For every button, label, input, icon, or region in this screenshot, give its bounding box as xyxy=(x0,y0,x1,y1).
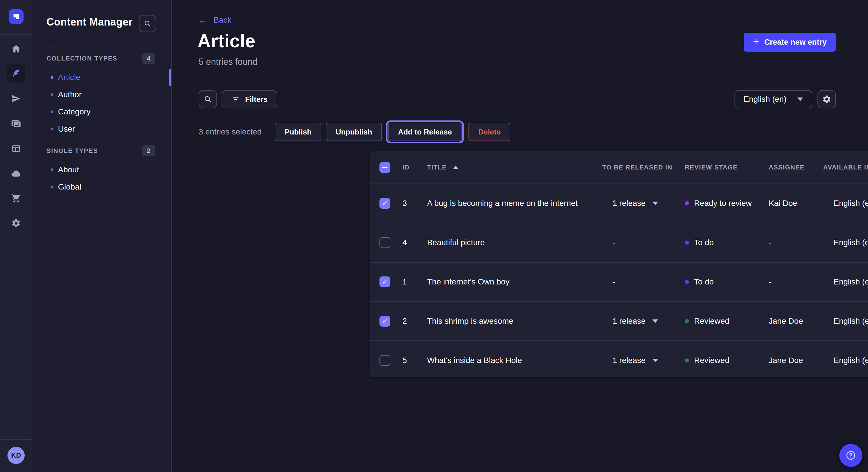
nav-rail: KD xyxy=(0,0,32,472)
sidebar-title: Content Manager xyxy=(46,16,133,28)
send-icon[interactable] xyxy=(7,90,25,108)
sidebar-item-user[interactable]: User xyxy=(32,121,171,138)
sidebar-divider xyxy=(47,41,61,41)
cell-release[interactable]: - xyxy=(613,263,615,301)
cart-icon[interactable] xyxy=(7,189,25,208)
column-header-assignee[interactable]: ASSIGNEE xyxy=(769,151,805,183)
search-icon xyxy=(204,95,212,103)
locale-select[interactable]: English (en) xyxy=(735,90,812,108)
locale-value: English (en) (default) xyxy=(834,238,868,247)
selection-count: 3 entries selected xyxy=(198,127,261,136)
create-entry-button[interactable]: + Create new entry xyxy=(744,33,836,52)
release-value: 1 release xyxy=(613,199,646,208)
feather-icon[interactable] xyxy=(7,64,25,82)
cloud-icon[interactable] xyxy=(7,165,25,183)
sidebar-item-category[interactable]: Category xyxy=(32,103,171,121)
cell-id: 2 xyxy=(402,302,407,340)
back-label: Back xyxy=(214,15,231,25)
add-to-release-button[interactable]: Add to Release xyxy=(388,123,462,141)
row-checkbox[interactable]: ✓ xyxy=(379,198,391,209)
section-label: SINGLE TYPES xyxy=(46,147,98,155)
column-header-available-in[interactable]: AVAILABLE IN xyxy=(823,151,868,183)
sidebar-section: COLLECTION TYPES 4 Article Author Catego… xyxy=(32,53,171,138)
stage-dot xyxy=(685,319,689,323)
column-header-title[interactable]: TITLE xyxy=(427,151,459,183)
select-all-checkbox[interactable] xyxy=(379,162,391,173)
rail-footer: KD xyxy=(0,439,32,472)
cell-assignee: - xyxy=(769,224,771,262)
locale-value: English (en) (default) xyxy=(834,316,868,326)
media-icon[interactable] xyxy=(7,115,25,133)
table-row[interactable]: 4 Beautiful picture - To do - English (e… xyxy=(370,224,868,263)
delete-button[interactable]: Delete xyxy=(468,123,510,141)
active-indicator xyxy=(169,69,171,86)
cell-available-in[interactable]: English (en) (default) xyxy=(834,341,868,380)
locale-value: English (en) (default) xyxy=(834,277,868,286)
table-row[interactable]: 5 What's inside a Black Hole 1 release R… xyxy=(370,341,868,380)
main-content: ← Back Article 5 entries found + Create … xyxy=(172,0,868,472)
bullet-icon xyxy=(51,110,53,113)
cell-title: What's inside a Black Hole xyxy=(427,341,522,380)
publish-button[interactable]: Publish xyxy=(275,123,321,141)
cell-available-in[interactable]: English (en) (default) xyxy=(834,224,868,262)
table-search-button[interactable] xyxy=(198,90,217,108)
cell-review-stage: Reviewed xyxy=(685,302,730,340)
layout-icon[interactable] xyxy=(7,139,25,158)
question-icon xyxy=(845,450,856,461)
cell-release[interactable]: 1 release xyxy=(613,184,658,223)
column-header-title-label: TITLE xyxy=(427,164,446,171)
cell-release[interactable]: 1 release xyxy=(613,302,658,340)
cell-release[interactable]: - xyxy=(613,224,615,262)
cell-id: 3 xyxy=(402,184,407,223)
indeterminate-icon xyxy=(382,167,388,168)
release-value: 1 release xyxy=(613,356,646,365)
home-icon[interactable] xyxy=(7,40,25,58)
user-avatar[interactable]: KD xyxy=(7,447,25,464)
cell-review-stage: To do xyxy=(685,263,714,301)
locale-value: English (en) (default) xyxy=(834,356,868,365)
view-settings-button[interactable] xyxy=(817,90,836,108)
cell-assignee: Jane Doe xyxy=(769,302,803,340)
section-header: COLLECTION TYPES 4 xyxy=(46,53,155,64)
stage-label: Ready to review xyxy=(694,199,752,208)
cell-available-in[interactable]: English (en) (default) xyxy=(834,184,868,223)
strapi-logo-icon[interactable] xyxy=(9,9,24,24)
cell-review-stage: Reviewed xyxy=(685,341,730,380)
stage-label: Reviewed xyxy=(694,316,730,326)
row-checkbox[interactable]: ✓ xyxy=(379,316,391,327)
stage-label: To do xyxy=(694,238,714,247)
column-header-review-stage[interactable]: REVIEW STAGE xyxy=(685,151,738,183)
bullet-icon xyxy=(51,128,53,131)
cell-release[interactable]: 1 release xyxy=(613,341,658,380)
column-header-release[interactable]: TO BE RELEASED IN xyxy=(602,151,673,183)
cell-review-stage: To do xyxy=(685,224,714,262)
sidebar-item-label: Article xyxy=(58,73,81,82)
unpublish-button[interactable]: Unpublish xyxy=(326,123,382,141)
cell-title: Beautiful picture xyxy=(427,224,485,262)
selection-bar: 3 entries selected Publish Unpublish Add… xyxy=(198,123,515,141)
row-checkbox[interactable] xyxy=(379,355,391,366)
cell-title: The internet's Own boy xyxy=(427,263,509,301)
table-row[interactable]: ✓ 2 This shrimp is awesome 1 release Rev… xyxy=(370,302,868,341)
help-button[interactable] xyxy=(839,444,862,467)
column-header-id[interactable]: ID xyxy=(402,151,410,183)
stage-dot xyxy=(685,280,689,284)
table-row[interactable]: ✓ 3 A bug is becoming a meme on the inte… xyxy=(370,184,868,224)
filters-button[interactable]: Filters xyxy=(222,90,277,108)
gear-icon[interactable] xyxy=(7,214,25,232)
cell-available-in[interactable]: English (en) (default) xyxy=(834,263,868,301)
sidebar-item-article[interactable]: Article xyxy=(32,69,171,86)
logo-container xyxy=(0,0,32,35)
stage-dot xyxy=(685,241,689,245)
back-link[interactable]: ← Back xyxy=(198,15,231,25)
row-checkbox[interactable]: ✓ xyxy=(379,276,391,287)
sidebar-item-about[interactable]: About xyxy=(32,161,171,178)
table-row[interactable]: ✓ 1 The internet's Own boy - To do - Eng… xyxy=(370,263,868,302)
entries-count: 5 entries found xyxy=(198,57,257,67)
sidebar-search-button[interactable] xyxy=(139,15,156,32)
sidebar-item-author[interactable]: Author xyxy=(32,86,171,103)
section-count-badge: 2 xyxy=(143,145,155,156)
cell-available-in[interactable]: English (en) (default) xyxy=(834,302,868,340)
row-checkbox[interactable] xyxy=(379,237,391,248)
sidebar-item-global[interactable]: Global xyxy=(32,178,171,196)
